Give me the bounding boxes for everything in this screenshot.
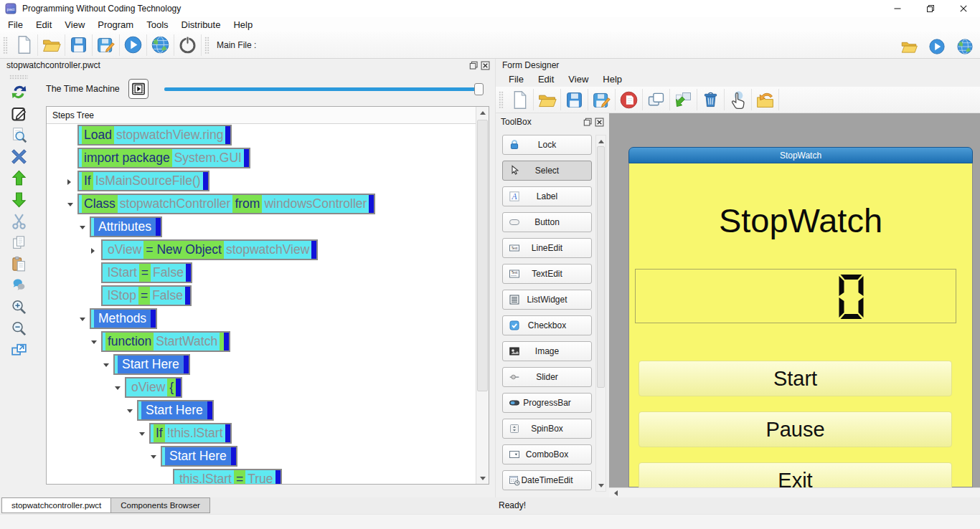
step-block[interactable]: Start Here: [113, 354, 190, 375]
save-button[interactable]: [561, 87, 588, 112]
open-folder-button[interactable]: [38, 33, 65, 57]
time-machine-slider[interactable]: [164, 83, 484, 95]
step-code[interactable]: import packageSystem.GUI: [77, 148, 250, 168]
minimize-button[interactable]: [881, 0, 914, 17]
tab-components-browser[interactable]: Components Browser: [111, 497, 210, 513]
run-button[interactable]: [120, 33, 146, 57]
scroll-up-button[interactable]: [476, 107, 489, 118]
close-panel-button[interactable]: [481, 61, 490, 70]
stopwatch-lcd-display[interactable]: [635, 269, 956, 323]
step-code[interactable]: ClassstopwatchControllerfromwindowsContr…: [77, 194, 375, 214]
power-button[interactable]: [174, 33, 201, 57]
step-code[interactable]: lStop=False: [101, 285, 192, 306]
form-button-start[interactable]: Start: [639, 361, 952, 396]
delete-x-button[interactable]: [8, 147, 29, 166]
toolbox-progressbar[interactable]: ProgressBar: [502, 393, 592, 413]
cut-button[interactable]: [8, 211, 29, 231]
zoom-out-button[interactable]: [8, 319, 29, 338]
menu-help[interactable]: Help: [227, 18, 259, 32]
new-file-button[interactable]: [11, 33, 37, 57]
float-panel-button[interactable]: [583, 118, 593, 127]
collapse-arrow-icon[interactable]: [139, 432, 145, 436]
stopwatch-form-body[interactable]: StopWatch StartPauseExit: [628, 163, 973, 487]
toolbox-lock[interactable]: Lock: [502, 135, 592, 155]
save-as-button[interactable]: [93, 33, 119, 57]
scroll-up-button[interactable]: [596, 135, 606, 147]
step-code[interactable]: this.lStart=True: [173, 469, 282, 484]
scroll-down-button[interactable]: [476, 472, 489, 484]
toolbox-select[interactable]: Select: [502, 161, 592, 181]
fd-menu-help[interactable]: Help: [595, 72, 629, 86]
save-button[interactable]: [65, 33, 92, 57]
scroll-down-button[interactable]: [596, 480, 606, 491]
step-code[interactable]: lStart=False: [101, 262, 192, 283]
collapse-arrow-icon[interactable]: [91, 340, 97, 344]
collapse-arrow-icon[interactable]: [80, 318, 85, 321]
copy-button[interactable]: [643, 87, 669, 112]
step-block[interactable]: Start Here: [161, 446, 237, 467]
toolbox-button[interactable]: Button: [502, 212, 592, 232]
toolbar-grip[interactable]: [3, 37, 8, 54]
form-canvas[interactable]: StopWatch StopWatch StartPauseExit: [609, 113, 980, 497]
step-code[interactable]: oView{: [125, 377, 182, 398]
collapse-arrow-icon[interactable]: [151, 455, 156, 459]
open-folder-button[interactable]: [534, 87, 560, 112]
menu-view[interactable]: View: [58, 18, 91, 32]
collapse-arrow-icon[interactable]: [127, 409, 133, 413]
toolbox-textedit[interactable]: TextTextEdit: [502, 264, 592, 284]
collapse-arrow-icon[interactable]: [67, 203, 73, 206]
fd-menu-edit[interactable]: Edit: [531, 72, 561, 86]
scrollbar-thumb[interactable]: [477, 120, 488, 391]
toolbox-label[interactable]: ALabel: [502, 186, 592, 206]
save-as-button[interactable]: [588, 87, 615, 112]
stopwatch-heading-label[interactable]: StopWatch: [629, 201, 972, 240]
open-folder-button[interactable]: [898, 34, 920, 59]
toolbar-grip[interactable]: [499, 91, 504, 108]
fd-menu-view[interactable]: View: [561, 72, 595, 86]
step-block[interactable]: Methods: [90, 308, 157, 329]
expand-arrow-icon[interactable]: [91, 248, 95, 254]
step-code[interactable]: LoadstopwatchView.ring: [77, 125, 232, 146]
new-file-button[interactable]: [507, 87, 533, 112]
toolbox-spinbox[interactable]: SpinBox: [502, 419, 592, 439]
copy-docs-button[interactable]: [8, 233, 29, 252]
close-panel-button[interactable]: [595, 118, 604, 127]
time-machine-play-button[interactable]: [128, 79, 149, 99]
tab-stopwatchcontroller-pwct[interactable]: stopwatchcontroller.pwct: [1, 497, 111, 513]
menu-file[interactable]: File: [1, 18, 29, 32]
collapse-arrow-icon[interactable]: [115, 386, 121, 390]
find-button[interactable]: [8, 125, 29, 145]
delete-trash-button[interactable]: [697, 87, 724, 112]
step-code[interactable]: If!this.lStart: [149, 423, 232, 444]
float-panel-button[interactable]: [469, 61, 479, 70]
scroll-left-button[interactable]: [610, 488, 622, 497]
menu-program[interactable]: Program: [91, 18, 140, 32]
steps-tree-scrollbar[interactable]: [476, 107, 489, 484]
hand-pointer-button[interactable]: [725, 87, 751, 112]
menu-distribute[interactable]: Distribute: [175, 18, 227, 32]
close-red-button[interactable]: [616, 87, 642, 112]
run-button[interactable]: [926, 34, 948, 59]
sync-button[interactable]: [8, 82, 29, 102]
restore-folder-button[interactable]: [752, 87, 778, 112]
paste-clip-button[interactable]: [8, 254, 29, 274]
collapse-arrow-icon[interactable]: [103, 363, 109, 367]
menu-tools[interactable]: Tools: [140, 18, 174, 32]
toolbox-scrollbar[interactable]: [595, 135, 606, 492]
external-button[interactable]: [8, 340, 29, 360]
toolbox-lineedit[interactable]: TextLineEdit: [502, 238, 592, 258]
stopwatch-form-window[interactable]: StopWatch StopWatch StartPauseExit: [628, 147, 973, 487]
fd-menu-file[interactable]: File: [501, 72, 531, 86]
move-down-button[interactable]: [8, 190, 29, 209]
step-code[interactable]: functionStartWatch: [101, 331, 230, 352]
canvas-horizontal-scrollbar[interactable]: [609, 487, 980, 497]
step-code[interactable]: oView= New ObjectstopwatchView: [101, 239, 318, 260]
paste-arrow-button[interactable]: [670, 87, 697, 112]
toolbox-datetimeedit[interactable]: DateTimeEdit: [502, 470, 592, 490]
step-block[interactable]: Start Here: [137, 400, 214, 421]
step-block[interactable]: Attributes: [90, 216, 162, 237]
toolbar-grip[interactable]: [204, 37, 209, 54]
step-code[interactable]: IfIsMainSourceFile(): [77, 171, 209, 191]
expand-arrow-icon[interactable]: [67, 179, 71, 185]
restore-button[interactable]: [914, 0, 947, 17]
